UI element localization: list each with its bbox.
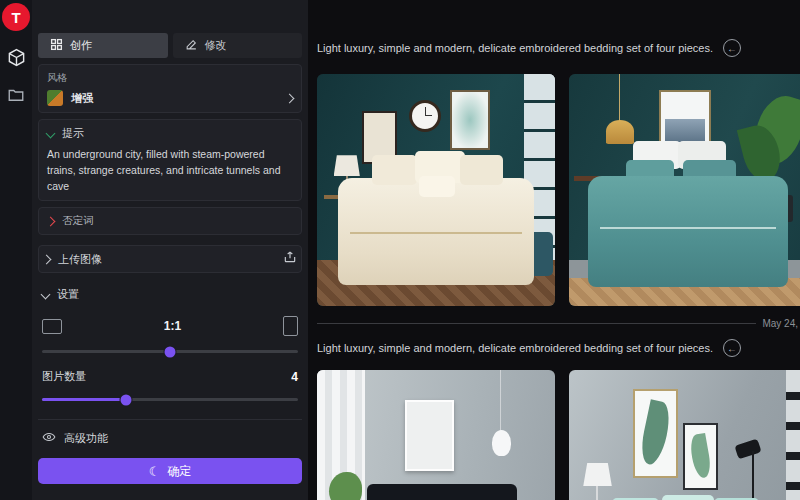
confirm-button[interactable]: ☾ 确定 xyxy=(38,458,302,484)
date-label: May 24, xyxy=(762,318,798,329)
image-count-row: 图片数量 4 xyxy=(38,369,302,384)
aspect-ratio-value: 1:1 xyxy=(62,319,283,333)
prompt-title: 提示 xyxy=(62,126,84,141)
image-count-slider[interactable] xyxy=(42,398,298,401)
wall-clock xyxy=(409,100,441,132)
tab-create[interactable]: 创作 xyxy=(38,33,168,58)
group1-title-row: Light luxury, simple and modern, delicat… xyxy=(317,38,800,58)
image-count-value: 4 xyxy=(291,370,298,384)
reuse-prompt-button[interactable]: ← xyxy=(723,39,741,57)
settings-title: 设置 xyxy=(57,287,79,302)
pendant-lamp xyxy=(492,430,511,456)
prompt-text[interactable]: An underground city, filled with steam-p… xyxy=(47,147,293,194)
window-frame xyxy=(786,370,800,500)
grid-icon xyxy=(50,38,63,53)
tab-create-label: 创作 xyxy=(70,38,92,53)
chevron-down-icon xyxy=(46,129,56,139)
upload-section[interactable]: 上传图像 xyxy=(38,245,302,273)
floor-lamp-pole xyxy=(752,451,754,500)
image-count-slider-thumb[interactable] xyxy=(121,394,132,405)
nav-folder[interactable] xyxy=(0,86,32,104)
upload-header[interactable]: 上传图像 xyxy=(43,250,297,268)
negative-title: 否定词 xyxy=(62,214,94,228)
chevron-right-icon xyxy=(285,93,295,103)
aspect-ratio-slider[interactable] xyxy=(42,350,298,353)
app-logo[interactable]: T xyxy=(2,3,30,31)
upload-title: 上传图像 xyxy=(58,252,275,267)
pillow xyxy=(419,176,455,197)
art-frame xyxy=(405,400,454,471)
aspect-ratio-row: 1:1 xyxy=(38,316,302,336)
duvet-trim xyxy=(350,232,521,234)
divider-line xyxy=(317,323,756,324)
table-lamp xyxy=(583,463,612,486)
confirm-button-label: 确定 xyxy=(167,463,191,480)
edit-icon xyxy=(185,38,198,53)
advanced-features-row[interactable]: 高级功能 xyxy=(38,419,302,446)
headboard xyxy=(367,484,517,500)
art-frame xyxy=(633,389,677,479)
generated-image-3[interactable] xyxy=(317,370,555,500)
duvet-trim xyxy=(600,227,776,229)
lamp-cord xyxy=(500,370,501,433)
tab-modify-label: 修改 xyxy=(205,38,227,53)
chevron-down-icon xyxy=(41,290,51,300)
style-value: 增强 xyxy=(71,91,278,106)
left-rail: T xyxy=(0,0,32,500)
group2-image-grid xyxy=(317,370,800,500)
mode-tabs: 创作 修改 xyxy=(38,33,302,58)
negative-section[interactable]: 否定词 xyxy=(38,207,302,235)
style-row[interactable]: 增强 xyxy=(47,90,293,106)
pillow xyxy=(662,495,714,500)
plant xyxy=(329,472,362,500)
style-thumbnail xyxy=(47,90,63,106)
lamp-cord xyxy=(619,74,621,123)
pendant-lamp xyxy=(606,120,635,143)
back-arrow-icon: ← xyxy=(727,43,737,54)
pillow xyxy=(460,155,503,185)
art-frame xyxy=(683,423,718,490)
landscape-ratio-icon[interactable] xyxy=(42,319,62,334)
date-divider: May 24, xyxy=(317,316,800,330)
chevron-right-icon xyxy=(42,254,52,264)
aspect-slider-thumb[interactable] xyxy=(165,346,176,357)
table-lamp xyxy=(334,155,360,176)
art-frame xyxy=(450,90,490,150)
control-panel: 创作 修改 风格 增强 提示 xyxy=(32,0,308,500)
style-label: 风格 xyxy=(47,71,293,85)
tab-modify[interactable]: 修改 xyxy=(173,33,303,58)
reuse-prompt-button[interactable]: ← xyxy=(723,339,741,357)
generated-image-4[interactable] xyxy=(569,370,800,500)
generated-image-2[interactable] xyxy=(569,74,800,306)
generated-image-1[interactable] xyxy=(317,74,555,306)
negative-header[interactable]: 否定词 xyxy=(47,214,293,228)
group2-title: Light luxury, simple and modern, delicat… xyxy=(317,342,713,354)
nav-model-cube[interactable] xyxy=(0,48,32,67)
pillow xyxy=(372,155,417,185)
portrait-ratio-icon[interactable] xyxy=(283,316,298,336)
gallery-area: Light luxury, simple and modern, delicat… xyxy=(308,0,800,500)
group2-title-row: Light luxury, simple and modern, delicat… xyxy=(317,338,800,358)
folder-icon xyxy=(7,86,25,104)
app-window: T xyxy=(0,0,800,500)
prompt-section[interactable]: 提示 An underground city, filled with stea… xyxy=(38,119,302,201)
bed xyxy=(588,176,788,287)
app-logo-letter: T xyxy=(11,9,20,26)
group1-image-grid xyxy=(317,74,800,306)
image-count-slider-fill xyxy=(42,398,126,401)
chevron-right-icon xyxy=(46,216,56,226)
advanced-features-label: 高级功能 xyxy=(64,431,108,446)
image-count-label: 图片数量 xyxy=(42,369,86,384)
prompt-header[interactable]: 提示 xyxy=(47,126,293,141)
cube-icon xyxy=(7,48,26,67)
crescent-icon: ☾ xyxy=(149,465,161,478)
back-arrow-icon: ← xyxy=(727,343,737,354)
style-section[interactable]: 风格 增强 xyxy=(38,64,302,113)
settings-header[interactable]: 设置 xyxy=(38,285,302,304)
lamp-stem xyxy=(596,486,598,500)
group1-title: Light luxury, simple and modern, delicat… xyxy=(317,42,713,54)
upload-icon[interactable] xyxy=(283,250,297,268)
eye-icon xyxy=(42,430,56,446)
